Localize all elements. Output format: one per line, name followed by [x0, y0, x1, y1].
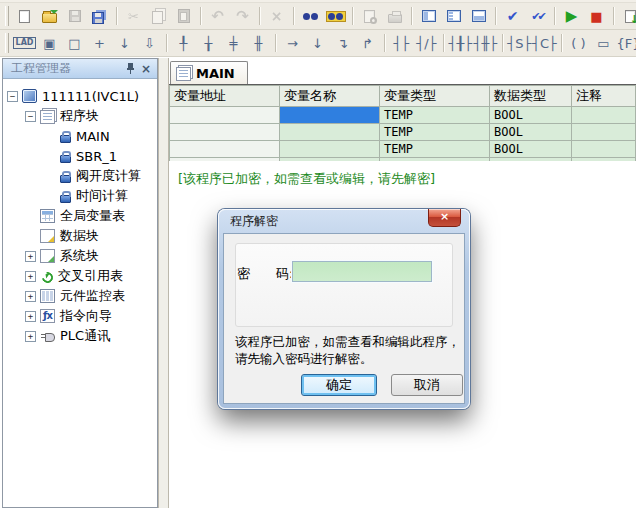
save-all-button[interactable]: [88, 4, 111, 28]
insert-network-icon: ╀: [180, 37, 188, 50]
line-right-button[interactable]: →: [281, 31, 304, 55]
tree-item-plc-comm[interactable]: +PLC通讯: [3, 326, 157, 346]
tree-expander-plus-icon[interactable]: +: [25, 331, 36, 342]
toolbar-separator: [502, 34, 503, 52]
tree-expander-plus-icon[interactable]: +: [25, 291, 36, 302]
contact-reset-icon: ┤C├: [532, 37, 557, 50]
toolbar-separator: [613, 7, 614, 25]
toolbar2-grip[interactable]: [5, 33, 9, 53]
line-down-button[interactable]: ↓: [306, 31, 329, 55]
cut-button: ✂: [122, 4, 145, 28]
tree-item-system-block[interactable]: +系统块: [3, 246, 157, 266]
find-in-project-button[interactable]: [324, 4, 347, 28]
tree-item-main-program[interactable]: MAIN: [3, 126, 157, 146]
cell-r0c1[interactable]: [280, 107, 380, 124]
run-button[interactable]: ▶: [560, 4, 583, 28]
cell-r1c4[interactable]: [572, 124, 636, 141]
print-preview-button: [358, 4, 381, 28]
contact-no-button[interactable]: ┤├: [390, 31, 413, 55]
undo-button: ↶: [206, 4, 229, 28]
variable-table-container: 变量地址变量名称变量类型数据类型注释 TEMPBOOL TEMPBOOL TEM…: [169, 84, 636, 161]
cell-r2c4[interactable]: [572, 141, 636, 158]
compile-all-button[interactable]: ✔✔: [526, 4, 549, 28]
toggle-output-window-button[interactable]: [467, 4, 490, 28]
tree-expander-plus-icon[interactable]: +: [25, 311, 36, 322]
cell-r0c0[interactable]: [170, 107, 280, 124]
cancel-button[interactable]: 取消: [391, 374, 463, 396]
tree-item-instruction-wizard[interactable]: +指令向导: [3, 306, 157, 326]
contact-set-icon: ┤S├: [508, 37, 532, 50]
cell-r0c3[interactable]: BOOL: [490, 107, 572, 124]
cell-r1c1[interactable]: [280, 124, 380, 141]
close-panel-icon[interactable]: ×: [138, 61, 154, 76]
tree-item-element-monitor-table[interactable]: +元件监控表: [3, 286, 157, 306]
line-down-right-button[interactable]: ↴: [331, 31, 354, 55]
draw-box-button[interactable]: □: [63, 31, 86, 55]
delete-rung-button[interactable]: ╫: [247, 31, 270, 55]
contact-set-button[interactable]: ┤S├: [508, 31, 531, 55]
password-input[interactable]: [292, 261, 432, 282]
toolbar-separator: [352, 7, 353, 25]
cell-r2c2[interactable]: TEMP: [380, 141, 490, 158]
project-tree: −111111(IVC1L)−程序块MAINSBR_1阀开度计算时间计算全局变量…: [3, 79, 157, 507]
tree-item-sbr-1[interactable]: SBR_1: [3, 146, 157, 166]
tree-item-project-root[interactable]: −111111(IVC1L): [3, 86, 157, 106]
cell-r0c4[interactable]: [572, 107, 636, 124]
new-file-button[interactable]: [13, 4, 36, 28]
tree-item-program-blocks[interactable]: −程序块: [3, 106, 157, 126]
tree-item-cross-ref-table[interactable]: +交叉引用表: [3, 266, 157, 286]
editor-tabbar: MAIN: [169, 57, 636, 84]
contact-falling-button[interactable]: ┤╫├: [474, 31, 497, 55]
lad-mode-button[interactable]: LAD: [13, 31, 36, 55]
undo-icon: ↶: [211, 9, 224, 24]
tree-item-time-calc[interactable]: 时间计算: [3, 186, 157, 206]
col-header-2: 变量类型: [380, 86, 490, 107]
line-up-right-button[interactable]: ↱: [356, 31, 379, 55]
ok-button[interactable]: 确定: [301, 374, 377, 396]
tree-item-global-var-table[interactable]: 全局变量表: [3, 206, 157, 226]
output-coil-button[interactable]: ( ): [567, 31, 590, 55]
table-row: TEMPBOOL: [170, 124, 636, 141]
append-network-button[interactable]: ╁: [197, 31, 220, 55]
tree-expander-minus-icon[interactable]: −: [7, 91, 18, 102]
draw-box-filled-button[interactable]: ▣: [38, 31, 61, 55]
cell-r2c1[interactable]: [280, 141, 380, 158]
cell-r1c2[interactable]: TEMP: [380, 124, 490, 141]
contact-reset-button[interactable]: ┤C├: [533, 31, 556, 55]
tree-expander-plus-icon[interactable]: +: [25, 271, 36, 282]
function-instruction-button[interactable]: {F}: [617, 31, 636, 55]
toolbar-separator: [411, 7, 412, 25]
dialog-close-button[interactable]: ×: [428, 209, 461, 227]
open-file-button[interactable]: [38, 4, 61, 28]
find-button[interactable]: [299, 4, 322, 28]
tree-item-data-block[interactable]: 数据块: [3, 226, 157, 246]
cell-r2c0[interactable]: [170, 141, 280, 158]
draw-cross-button[interactable]: +: [88, 31, 111, 55]
cell-r1c3[interactable]: BOOL: [490, 124, 572, 141]
tab-main[interactable]: MAIN: [170, 61, 248, 84]
toggle-info-window-button[interactable]: [442, 4, 465, 28]
project-manager-titlebar: 工程管理器 ×: [3, 59, 157, 79]
toolbar1-grip[interactable]: [5, 6, 9, 26]
function-block-button[interactable]: ▭: [592, 31, 615, 55]
tree-expander-plus-icon[interactable]: +: [25, 251, 36, 262]
insert-rung-icon: ╪: [230, 37, 238, 50]
insert-down-hollow-button[interactable]: ⇩: [138, 31, 161, 55]
pin-icon[interactable]: [122, 61, 138, 76]
tree-item-valve-opening-calc[interactable]: 阀开度计算: [3, 166, 157, 186]
cell-r1c0[interactable]: [170, 124, 280, 141]
draw-cross-icon: +: [94, 37, 105, 50]
contact-rising-button[interactable]: ┤╂├: [449, 31, 472, 55]
compile-button[interactable]: ✔: [501, 4, 524, 28]
cell-r0c2[interactable]: TEMP: [380, 107, 490, 124]
cell-r2c3[interactable]: BOOL: [490, 141, 572, 158]
panel-splitter[interactable]: [158, 58, 169, 508]
stop-button[interactable]: ■: [585, 4, 608, 28]
download-program-button[interactable]: ↓: [619, 4, 636, 28]
toggle-project-window-button[interactable]: [417, 4, 440, 28]
insert-network-button[interactable]: ╀: [172, 31, 195, 55]
insert-rung-button[interactable]: ╪: [222, 31, 245, 55]
tree-expander-minus-icon[interactable]: −: [25, 111, 36, 122]
contact-nc-button[interactable]: ┤/├: [415, 31, 438, 55]
insert-down-button[interactable]: ↓: [113, 31, 136, 55]
